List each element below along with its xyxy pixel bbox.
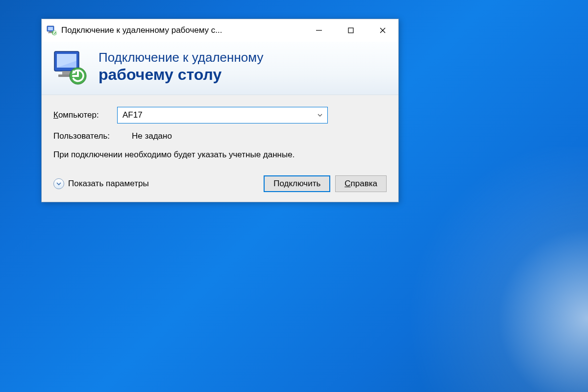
titlebar-controls xyxy=(303,19,398,42)
dialog-body: Компьютер: Пользователь: Не задано При п… xyxy=(42,95,398,202)
rdp-dialog-window: Подключение к удаленному рабочему с... xyxy=(41,19,399,202)
show-options-toggle[interactable]: Показать параметры xyxy=(53,178,149,189)
computer-label: Компьютер: xyxy=(53,110,117,120)
help-button[interactable]: Справка xyxy=(335,175,387,192)
minimize-button[interactable] xyxy=(303,19,335,42)
header-text: Подключение к удаленному рабочему столу xyxy=(98,50,263,84)
footer-row: Показать параметры Подключить Справка xyxy=(53,175,387,192)
titlebar-title: Подключение к удаленному рабочему с... xyxy=(61,25,303,35)
credentials-info-text: При подключении необходимо будет указать… xyxy=(53,149,308,161)
user-label: Пользователь: xyxy=(53,131,117,141)
header-line2: рабочему столу xyxy=(98,65,263,84)
chevron-down-circle-icon xyxy=(53,178,64,189)
header-band: Подключение к удаленному рабочему столу xyxy=(42,42,398,95)
header-line1: Подключение к удаленному xyxy=(98,50,263,65)
computer-row: Компьютер: xyxy=(53,107,387,123)
rdp-logo-icon xyxy=(51,49,89,86)
svg-rect-1 xyxy=(48,27,53,30)
maximize-button[interactable] xyxy=(335,19,367,42)
user-value: Не задано xyxy=(132,131,172,141)
close-button[interactable] xyxy=(367,19,398,42)
svg-rect-2 xyxy=(49,31,52,32)
connect-button[interactable]: Подключить xyxy=(264,175,330,192)
svg-rect-6 xyxy=(348,28,353,33)
chevron-down-icon[interactable] xyxy=(313,107,327,123)
titlebar[interactable]: Подключение к удаленному рабочему с... xyxy=(42,19,398,42)
user-row: Пользователь: Не задано xyxy=(53,131,387,141)
computer-input[interactable] xyxy=(118,107,313,123)
computer-combobox[interactable] xyxy=(117,107,328,123)
show-options-label: Показать параметры xyxy=(68,179,149,189)
rdp-titlebar-icon xyxy=(47,25,57,36)
